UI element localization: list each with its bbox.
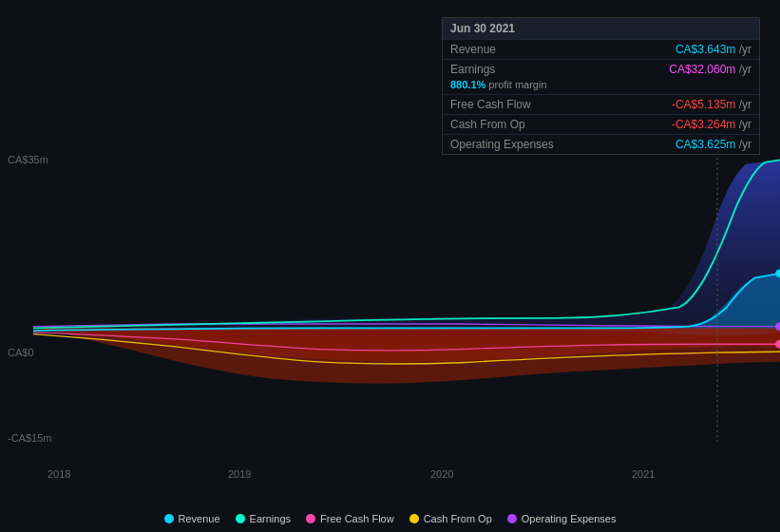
- cashfromop-value: -CA$3.264m /yr: [601, 118, 752, 131]
- legend-cashfromop: Cash From Op: [409, 513, 492, 524]
- legend-label-fcf: Free Cash Flow: [320, 513, 394, 524]
- profit-margin-label: 880.1% profit margin: [443, 79, 759, 94]
- tooltip-title: Jun 30 2021: [443, 18, 759, 39]
- opex-label: Operating Expenses: [450, 138, 601, 151]
- earnings-label: Earnings: [450, 63, 601, 76]
- x-label-2021: 2021: [632, 468, 655, 480]
- chart-svg: [33, 147, 780, 442]
- legend-label-earnings: Earnings: [250, 513, 291, 524]
- legend-dot-revenue: [164, 514, 174, 523]
- earnings-value: CA$32.060m /yr: [601, 63, 752, 76]
- tooltip-row-revenue: Revenue CA$3.643m /yr: [443, 39, 759, 59]
- revenue-label: Revenue: [450, 43, 601, 56]
- legend-label-revenue: Revenue: [179, 513, 220, 524]
- fcf-value: -CA$5.135m /yr: [601, 98, 752, 111]
- x-label-2020: 2020: [430, 468, 453, 480]
- legend-dot-earnings: [236, 514, 245, 523]
- legend-label-opex: Operating Expenses: [522, 513, 617, 524]
- x-label-2018: 2018: [48, 468, 70, 480]
- legend-label-cashfromop: Cash From Op: [424, 513, 492, 524]
- legend-earnings: Earnings: [236, 513, 291, 524]
- x-label-2019: 2019: [228, 468, 251, 480]
- tooltip-card: Jun 30 2021 Revenue CA$3.643m /yr Earnin…: [442, 17, 760, 155]
- tooltip-row-opex: Operating Expenses CA$3.625m /yr: [443, 134, 759, 154]
- tooltip-row-fcf: Free Cash Flow -CA$5.135m /yr: [443, 94, 759, 114]
- y-label-mid: CA$0: [8, 347, 34, 358]
- legend-dot-cashfromop: [409, 514, 419, 523]
- legend-opex: Operating Expenses: [507, 513, 617, 524]
- cashfromop-label: Cash From Op: [450, 118, 601, 131]
- legend-dot-opex: [507, 514, 517, 523]
- fcf-label: Free Cash Flow: [450, 98, 601, 111]
- revenue-value: CA$3.643m /yr: [601, 43, 752, 56]
- legend-dot-fcf: [306, 514, 315, 523]
- legend-fcf: Free Cash Flow: [306, 513, 394, 524]
- opex-value: CA$3.625m /yr: [601, 138, 752, 151]
- tooltip-row-earnings: Earnings CA$32.060m /yr: [443, 59, 759, 79]
- tooltip-row-cashfromop: Cash From Op -CA$3.264m /yr: [443, 114, 759, 134]
- legend-revenue: Revenue: [164, 513, 220, 524]
- chart-legend: Revenue Earnings Free Cash Flow Cash Fro…: [0, 513, 780, 524]
